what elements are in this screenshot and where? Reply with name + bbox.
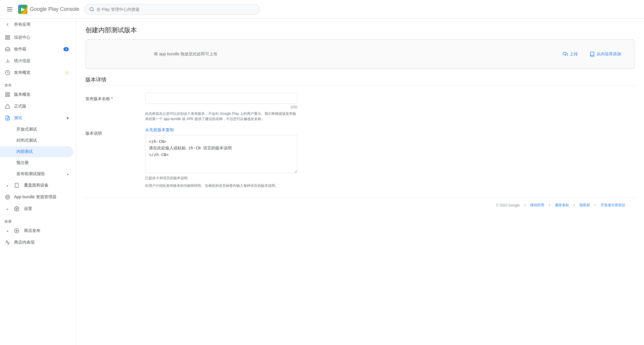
svg-point-20	[16, 208, 18, 210]
inbox-icon	[5, 46, 11, 52]
inbox-badge: 4	[63, 47, 69, 51]
form-section: 发布版本名称 * 0/50 此名称旨在让您可以识别这个发布版本，不会向 Goog…	[85, 93, 635, 188]
sidebar-item-settings[interactable]: ▸ 设置	[0, 203, 73, 215]
search-input[interactable]	[97, 7, 255, 12]
svg-point-21	[15, 229, 19, 233]
release-notes-row: 版本说明 从先前版本复制 <zh-CN> 请在此处输入或粘贴 zh-CN 语言的…	[85, 127, 635, 188]
release-notes-textarea[interactable]: <zh-CN> 请在此处输入或粘贴 zh-CN 语言的版本说明 </zh-CN>	[145, 135, 297, 173]
svg-rect-3	[8, 35, 10, 37]
release-name-input[interactable]	[145, 93, 297, 104]
sidebar-item-open-test[interactable]: 开放式测试	[0, 124, 73, 135]
app-title: Google Play Console	[30, 6, 79, 12]
test-icon	[5, 115, 11, 121]
svg-point-0	[90, 7, 93, 11]
sidebar-item-pre-register[interactable]: 预注册	[0, 157, 73, 168]
dot-separator: •	[595, 203, 596, 207]
section-title: 版本详情	[85, 76, 635, 86]
notes-status: 已提供 0 种语言的版本说明	[145, 176, 635, 181]
section-label-expand: 拓展	[0, 215, 76, 225]
gear-icon	[14, 206, 19, 211]
release-name-row: 发布版本名称 * 0/50 此名称旨在让您可以识别这个发布版本，不会向 Goog…	[85, 93, 635, 122]
sidebar-item-store-performance[interactable]: 商店内表现	[0, 237, 73, 248]
dot-separator: •	[549, 203, 550, 207]
add-from-library-label: 从内容库添加	[597, 52, 621, 57]
release-notes-label: 版本说明	[85, 127, 138, 136]
sidebar-item-closed-test[interactable]: 封闭式测试	[0, 135, 73, 146]
warning-icon: ⚠	[65, 70, 69, 75]
footer-link-dev-agreement[interactable]: 开发者分发协议	[601, 203, 625, 208]
page-footer: © 2023 Google • 移动应用 • 服务条款 • 隐私权 • 开发者分…	[85, 198, 635, 212]
back-icon	[5, 22, 11, 28]
chart-icon	[5, 240, 11, 245]
sidebar-item-coverage[interactable]: ▸ 覆盖面和设备	[0, 180, 73, 191]
upload-hint: 将 app bundle 拖放至此处即可上传	[95, 52, 217, 57]
release-name-help: 此名称旨在让您可以识别这个发布版本，不会向 Google Play 上的用户显示…	[145, 111, 297, 122]
search-icon	[89, 7, 94, 12]
sidebar-item-stats[interactable]: 统计信息	[0, 55, 73, 67]
release-name-field: 0/50 此名称旨在让您可以识别这个发布版本，不会向 Google Play 上…	[145, 93, 635, 122]
sidebar-item-label: 覆盖面和设备	[24, 183, 49, 188]
release-icon	[5, 103, 11, 109]
sidebar-item-label: 设置	[24, 206, 32, 211]
release-name-label: 发布版本名称 *	[85, 93, 138, 102]
sidebar-item-pre-launch[interactable]: 发布前测试报告 ▸	[0, 168, 73, 180]
sidebar-item-label: 收件箱	[14, 47, 26, 52]
svg-rect-4	[6, 38, 7, 40]
svg-rect-11	[8, 93, 10, 94]
dot-separator: •	[524, 203, 525, 207]
svg-rect-10	[6, 93, 7, 94]
svg-marker-22	[16, 230, 18, 232]
sidebar-item-store-publish[interactable]: ▸ 商店发布	[0, 225, 73, 237]
main-layout: 所有应用 信息中心 收件箱 4	[0, 19, 644, 345]
upload-button[interactable]: 上传	[559, 49, 581, 59]
footer-link-privacy[interactable]: 隐私权	[580, 203, 590, 208]
svg-point-19	[7, 196, 8, 198]
sidebar-item-label: 版本概览	[14, 92, 30, 97]
sidebar-item-internal-test[interactable]: 内部测试	[0, 146, 73, 157]
logo-area: ▶ Google Play Console	[18, 5, 79, 14]
add-from-library-button[interactable]: 从内容库添加	[586, 49, 625, 59]
char-count: 0/50	[145, 105, 297, 109]
expand-icon: ▸	[67, 172, 69, 176]
sidebar-item-test[interactable]: 测试 ▾	[0, 112, 73, 124]
bar-chart-icon	[5, 58, 11, 64]
sidebar-item-label: 正式版	[14, 104, 26, 109]
page-title: 创建内部测试版本	[85, 26, 635, 35]
bundle-icon	[5, 194, 11, 200]
sidebar-item-label: 测试	[14, 115, 22, 121]
menu-icon[interactable]	[5, 5, 15, 14]
sidebar-item-label: 封闭式测试	[16, 138, 37, 143]
svg-rect-5	[8, 38, 10, 40]
svg-point-18	[6, 195, 10, 199]
copy-from-prev-link[interactable]: 从先前版本复制	[145, 127, 174, 132]
coverage-icon: ▸	[5, 182, 11, 188]
sidebar-item-label: 统计信息	[14, 58, 30, 64]
search-bar[interactable]	[84, 4, 260, 15]
header-left: ▶ Google Play Console	[5, 5, 81, 14]
grid-icon	[5, 35, 11, 40]
sidebar-item-label: 发布前测试报告	[16, 171, 45, 177]
upload-icon	[563, 52, 568, 57]
sidebar-item-publish-overview[interactable]: 发布概览 ⚠	[0, 67, 73, 78]
release-notes-help: 向用户介绍此发布版本的功能和特性。在相应的语言标签内输入每种语言的版本说明。	[145, 183, 297, 188]
play-logo-icon: ▶	[18, 5, 28, 14]
back-label: 所有应用	[14, 22, 30, 27]
sidebar-item-label: 信息中心	[14, 35, 30, 40]
sidebar-item-version-overview[interactable]: 版本概览	[0, 89, 73, 100]
dot-separator: •	[574, 203, 575, 207]
sidebar: 所有应用 信息中心 收件箱 4	[0, 19, 76, 345]
devices-icon	[14, 183, 19, 188]
sidebar-item-release[interactable]: 正式版	[0, 100, 73, 112]
content-area: 创建内部测试版本 将 app bundle 拖放至此处即可上传 上传 从内容库添…	[76, 19, 644, 345]
svg-rect-2	[6, 35, 7, 37]
sidebar-item-app-bundle[interactable]: App bundle 资源管理器	[0, 191, 73, 203]
sidebar-item-label: 预注册	[16, 160, 29, 165]
version-icon	[5, 92, 11, 98]
upload-area: 将 app bundle 拖放至此处即可上传 上传 从内容库添加	[85, 39, 635, 69]
svg-rect-12	[6, 95, 7, 97]
sidebar-item-inbox[interactable]: 收件箱 4	[0, 43, 73, 55]
sidebar-item-dashboard[interactable]: 信息中心	[0, 32, 73, 43]
footer-link-terms[interactable]: 服务条款	[555, 203, 569, 208]
back-to-all-apps[interactable]: 所有应用	[0, 19, 73, 30]
footer-link-mobile[interactable]: 移动应用	[530, 203, 544, 208]
